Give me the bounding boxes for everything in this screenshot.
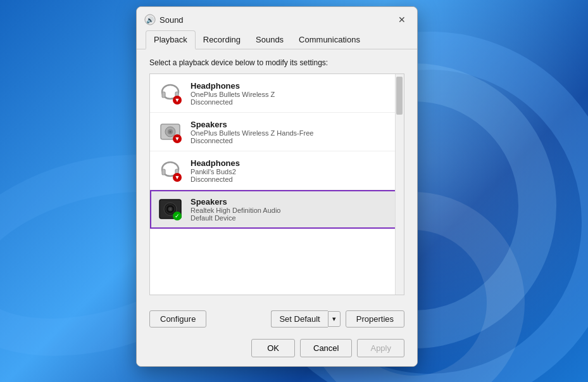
tab-bar: Playback Recording Sounds Communications xyxy=(137,31,417,49)
svg-point-16 xyxy=(170,208,171,210)
status-badge-disconnected-1: ▼ xyxy=(173,96,182,105)
tab-recording[interactable]: Recording xyxy=(196,31,248,49)
device-status-1: Disconnected xyxy=(191,98,396,106)
scrollbar-thumb[interactable] xyxy=(396,77,403,115)
properties-button[interactable]: Properties xyxy=(346,310,404,328)
device-name-1: Headphones xyxy=(191,81,396,91)
device-name-3: Headphones xyxy=(191,158,396,168)
svg-point-8 xyxy=(170,131,172,133)
apply-button[interactable]: Apply xyxy=(357,339,404,357)
svg-rect-10 xyxy=(162,169,165,175)
device-status-2: Disconnected xyxy=(191,137,396,144)
device-detail-1: OnePlus Bullets Wireless Z xyxy=(191,91,396,98)
sound-dialog: 🔊 Sound ✕ Playback Recording Sounds Comm… xyxy=(136,6,418,367)
set-default-group: Set Default ▾ xyxy=(271,310,340,328)
tab-playback[interactable]: Playback xyxy=(146,30,196,49)
dialog-footer: OK Cancel Apply xyxy=(137,334,417,366)
right-controls: Set Default ▾ Properties xyxy=(271,310,404,328)
tab-sounds[interactable]: Sounds xyxy=(248,31,291,49)
device-item-headphones-1[interactable]: ▼ Headphones OnePlus Bullets Wireless Z … xyxy=(150,74,404,113)
status-badge-connected: ✓ xyxy=(173,212,182,220)
dialog-content: Select a playback device below to modify… xyxy=(137,49,417,304)
instruction-text: Select a playback device below to modify… xyxy=(149,58,404,67)
sound-icon: 🔊 xyxy=(144,14,156,25)
device-info-1: Headphones OnePlus Bullets Wireless Z Di… xyxy=(191,81,396,106)
close-button[interactable]: ✕ xyxy=(394,12,410,27)
title-bar-left: 🔊 Sound xyxy=(144,14,184,25)
status-badge-disconnected-2: ▼ xyxy=(173,134,182,143)
title-bar: 🔊 Sound ✕ xyxy=(137,7,417,31)
device-info-2: Speakers OnePlus Bullets Wireless Z Hand… xyxy=(191,120,396,144)
configure-button[interactable]: Configure xyxy=(149,310,206,328)
device-list: ▼ Headphones OnePlus Bullets Wireless Z … xyxy=(149,73,404,295)
device-item-speakers-2[interactable]: ✓ Speakers Realtek High Definition Audio… xyxy=(150,190,404,229)
device-info-3: Headphones Pankil's Buds2 Disconnected xyxy=(191,158,396,183)
device-detail-2: OnePlus Bullets Wireless Z Hands-Free xyxy=(191,129,396,137)
device-icon-speakers-2: ✓ xyxy=(158,196,183,222)
set-default-dropdown[interactable]: ▾ xyxy=(328,311,341,327)
device-detail-4: Realtek High Definition Audio xyxy=(191,207,396,214)
device-item-headphones-2[interactable]: ▼ Headphones Pankil's Buds2 Disconnected xyxy=(150,151,404,190)
scrollbar-track[interactable] xyxy=(395,74,404,295)
device-status-3: Disconnected xyxy=(191,175,396,183)
ok-button[interactable]: OK xyxy=(251,339,295,357)
device-icon-headphones-2: ▼ xyxy=(158,158,183,183)
device-detail-3: Pankil's Buds2 xyxy=(191,168,396,175)
svg-text:🔊: 🔊 xyxy=(146,16,154,24)
device-item-speakers-1[interactable]: ▼ Speakers OnePlus Bullets Wireless Z Ha… xyxy=(150,113,404,151)
device-info-4: Speakers Realtek High Definition Audio D… xyxy=(191,197,396,222)
tab-communications[interactable]: Communications xyxy=(291,31,368,49)
status-badge-disconnected-3: ▼ xyxy=(173,173,182,182)
set-default-button[interactable]: Set Default xyxy=(271,310,327,328)
device-status-4: Default Device xyxy=(191,214,396,222)
device-icon-headphones-1: ▼ xyxy=(158,80,183,106)
device-icon-speakers-1: ▼ xyxy=(158,119,183,144)
dialog-title: Sound xyxy=(160,15,184,25)
bottom-controls: Configure Set Default ▾ Properties xyxy=(137,304,417,334)
device-name-4: Speakers xyxy=(191,197,396,207)
device-name-2: Speakers xyxy=(191,120,396,129)
svg-rect-3 xyxy=(162,92,165,98)
cancel-button[interactable]: Cancel xyxy=(300,339,352,357)
